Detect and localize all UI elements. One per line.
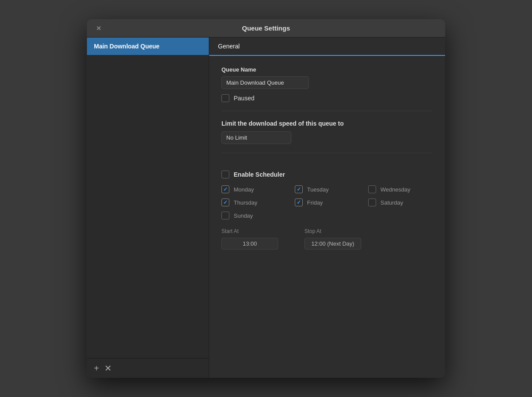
sidebar-item-main-queue[interactable]: Main Download Queue xyxy=(87,38,209,55)
time-section: Start At 13:00 Stop At 12:00 (Next Day) xyxy=(221,228,433,250)
tuesday-label: Tuesday xyxy=(307,186,328,193)
days-grid: Monday Tuesday Wednesday xyxy=(221,185,433,219)
speed-limit-section: Limit the download speed of this queue t… xyxy=(221,120,433,153)
main-content: General Queue Name Main Download Queue P… xyxy=(209,38,445,378)
day-row-sunday: Sunday xyxy=(221,212,286,219)
day-row-monday: Monday xyxy=(221,185,286,193)
day-row-thursday: Thursday xyxy=(221,198,286,206)
monday-label: Monday xyxy=(234,186,254,193)
start-at-group: Start At 13:00 xyxy=(221,228,278,250)
day-row-friday: Friday xyxy=(295,198,359,206)
add-queue-button[interactable]: + xyxy=(94,364,99,373)
title-bar: ✕ Queue Settings xyxy=(87,19,445,38)
day-row-wednesday: Wednesday xyxy=(368,185,433,193)
queue-name-section: Queue Name Main Download Queue Paused xyxy=(221,66,433,111)
start-at-value[interactable]: 13:00 xyxy=(221,238,278,250)
tabs-bar: General xyxy=(209,38,445,56)
friday-label: Friday xyxy=(307,199,323,206)
thursday-checkbox[interactable] xyxy=(221,198,229,206)
close-button[interactable]: ✕ xyxy=(94,24,104,33)
scheduler-title-row: Enable Scheduler xyxy=(221,171,433,178)
saturday-label: Saturday xyxy=(380,199,403,206)
content-area: Queue Name Main Download Queue Paused Li… xyxy=(209,56,445,378)
speed-limit-label: Limit the download speed of this queue t… xyxy=(221,120,433,127)
queue-settings-window: ✕ Queue Settings Main Download Queue + ✕… xyxy=(87,19,445,378)
monday-checkbox[interactable] xyxy=(221,185,229,193)
stop-at-group: Stop At 12:00 (Next Day) xyxy=(304,228,361,250)
queue-name-value[interactable]: Main Download Queue xyxy=(221,76,309,89)
start-at-label: Start At xyxy=(221,228,278,234)
remove-queue-button[interactable]: ✕ xyxy=(104,364,112,373)
day-row-saturday: Saturday xyxy=(368,198,433,206)
queue-name-label: Queue Name xyxy=(221,66,433,73)
stop-at-value[interactable]: 12:00 (Next Day) xyxy=(304,238,361,250)
sidebar-spacer xyxy=(87,55,209,358)
wednesday-label: Wednesday xyxy=(380,186,410,193)
day-row-tuesday: Tuesday xyxy=(295,185,359,193)
sunday-label: Sunday xyxy=(234,212,253,219)
window-title: Queue Settings xyxy=(242,24,290,32)
paused-label: Paused xyxy=(234,95,254,102)
tab-general[interactable]: General xyxy=(209,38,249,56)
saturday-checkbox[interactable] xyxy=(368,198,376,206)
wednesday-checkbox[interactable] xyxy=(368,185,376,193)
sunday-checkbox[interactable] xyxy=(221,212,229,219)
sidebar: Main Download Queue + ✕ xyxy=(87,38,209,378)
sidebar-footer: + ✕ xyxy=(87,358,209,378)
speed-limit-dropdown[interactable]: No Limit xyxy=(221,131,291,144)
enable-scheduler-label: Enable Scheduler xyxy=(234,171,285,178)
thursday-label: Thursday xyxy=(234,199,257,206)
window-body: Main Download Queue + ✕ General Queue Na… xyxy=(87,38,445,378)
stop-at-label: Stop At xyxy=(304,228,361,234)
scheduler-section: Enable Scheduler Monday Tuesday xyxy=(221,162,433,254)
friday-checkbox[interactable] xyxy=(295,198,303,206)
paused-checkbox[interactable] xyxy=(221,94,229,102)
enable-scheduler-checkbox[interactable] xyxy=(221,171,229,178)
tuesday-checkbox[interactable] xyxy=(295,185,303,193)
paused-row: Paused xyxy=(221,94,433,102)
